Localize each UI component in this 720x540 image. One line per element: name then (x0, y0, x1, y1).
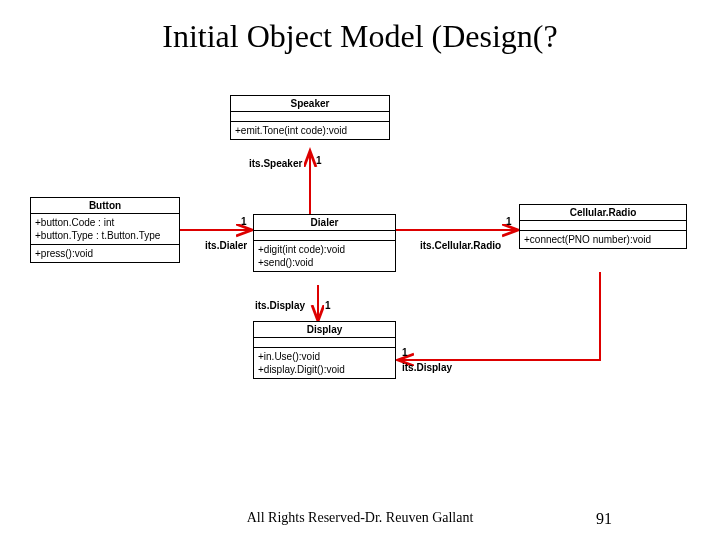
mult-display-radio: 1 (402, 347, 408, 358)
class-name: Cellular.Radio (520, 205, 686, 221)
footer-copyright: All Rights Reserved-Dr. Reuven Gallant (0, 510, 720, 526)
op-line: +digit(int code):void (258, 243, 391, 256)
class-display: Display +in.Use():void +display.Digit():… (253, 321, 396, 379)
op-line: +in.Use():void (258, 350, 391, 363)
page-number: 91 (596, 510, 612, 528)
class-name: Display (254, 322, 395, 338)
class-speaker: Speaker +emit.Tone(int code):void (230, 95, 390, 140)
class-name: Button (31, 198, 179, 214)
class-name: Dialer (254, 215, 395, 231)
op-line: +send():void (258, 256, 391, 269)
mult-speaker: 1 (316, 155, 322, 166)
assoc-label-its-display-dialer: its.Display (255, 300, 305, 311)
class-operations: +digit(int code):void +send():void (254, 241, 395, 271)
assoc-label-its-speaker: its.Speaker (249, 158, 302, 169)
class-cellular-radio: Cellular.Radio +connect(PNO number):void (519, 204, 687, 249)
op-line: +display.Digit():void (258, 363, 391, 376)
class-operations: +connect(PNO number):void (520, 231, 686, 248)
class-name: Speaker (231, 96, 389, 112)
mult-dialer: 1 (241, 216, 247, 227)
class-operations: +press():void (31, 245, 179, 262)
assoc-label-its-display-radio: its.Display (402, 362, 452, 373)
class-dialer: Dialer +digit(int code):void +send():voi… (253, 214, 396, 272)
class-attributes (254, 338, 395, 348)
mult-display-dialer: 1 (325, 300, 331, 311)
class-attributes (254, 231, 395, 241)
class-attributes (520, 221, 686, 231)
attr-line: +button.Code : int (35, 216, 175, 229)
assoc-label-its-cellular-radio: its.Cellular.Radio (420, 240, 501, 251)
uml-diagram: Speaker +emit.Tone(int code):void Button… (0, 0, 720, 540)
class-attributes: +button.Code : int +button.Type : t.Butt… (31, 214, 179, 245)
class-button: Button +button.Code : int +button.Type :… (30, 197, 180, 263)
attr-line: +button.Type : t.Button.Type (35, 229, 175, 242)
class-attributes (231, 112, 389, 122)
mult-cellular-radio: 1 (506, 216, 512, 227)
assoc-label-its-dialer: its.Dialer (205, 240, 247, 251)
class-operations: +emit.Tone(int code):void (231, 122, 389, 139)
class-operations: +in.Use():void +display.Digit():void (254, 348, 395, 378)
